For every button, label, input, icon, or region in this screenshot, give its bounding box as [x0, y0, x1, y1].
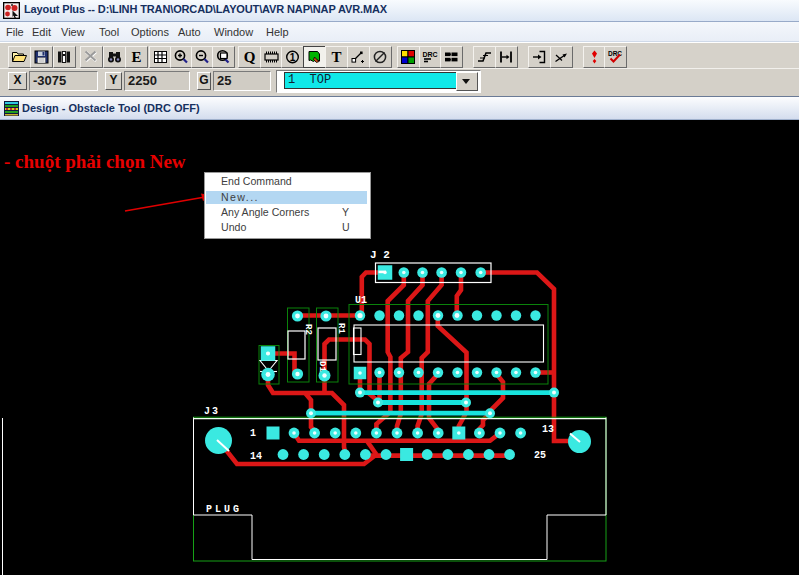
svg-text:E: E	[131, 49, 141, 65]
svg-text:T: T	[331, 49, 341, 65]
svg-text:1: 1	[290, 52, 296, 63]
svg-text:R2: R2	[303, 324, 313, 335]
svg-text:1: 1	[250, 428, 256, 439]
svg-text:Q: Q	[244, 49, 256, 65]
svg-text:13: 13	[542, 424, 554, 435]
svg-text:U1: U1	[355, 295, 367, 306]
svg-text:14: 14	[250, 451, 262, 462]
svg-text:D1: D1	[317, 361, 327, 372]
svg-text:DRC: DRC	[422, 51, 437, 58]
svg-text:25: 25	[534, 450, 546, 461]
svg-text:R1: R1	[336, 323, 346, 334]
svg-text:PLUG: PLUG	[206, 504, 242, 515]
svg-text:J3: J3	[204, 406, 220, 417]
svg-text:J 2: J 2	[370, 249, 390, 261]
